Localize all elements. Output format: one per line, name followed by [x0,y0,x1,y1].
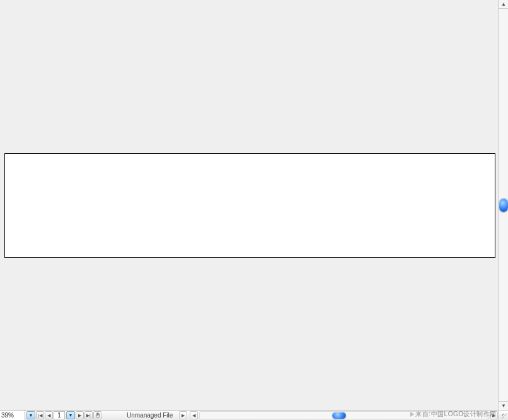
artboard[interactable] [4,153,495,258]
page-number-value: 1 [57,412,61,419]
vertical-scrollbar[interactable]: ▲ ▼ [498,0,508,410]
triangle-left-icon: ◀ [192,413,195,418]
app-window: ▲ ▼ 39% ▼ |◀ ◀ 1 ▼ ▶ [0,0,508,420]
hand-tool-button[interactable] [93,411,101,419]
scroll-up-arrow-icon[interactable]: ▲ [499,0,508,9]
triangle-left-icon: ◀ [39,413,42,418]
triangle-right-icon: ▶ [78,413,81,418]
page-dropdown-button[interactable]: ▼ [66,411,75,419]
zoom-level-value: 39% [1,412,14,419]
window-resize-handle[interactable] [498,410,508,420]
scroll-right-arrow-icon[interactable]: ▶ [490,411,498,419]
vertical-scroll-track[interactable] [499,9,508,401]
horizontal-scrollbar[interactable]: ▶ ◀ ▶ [179,411,498,420]
zoom-level-field[interactable]: 39% [0,411,25,420]
triangle-right-icon: ▶ [182,413,185,418]
status-bar: 39% ▼ |◀ ◀ 1 ▼ ▶ ▶| Unm [0,410,498,420]
file-status-label: Unmanaged File [127,412,173,419]
triangle-left-icon: ◀ [47,413,50,418]
bar-icon: | [89,413,91,418]
first-page-button[interactable]: |◀ [36,411,44,419]
scroll-down-arrow-icon[interactable]: ▼ [499,401,508,410]
next-page-button[interactable]: ▶ [76,411,84,419]
horizontal-scroll-track[interactable] [199,411,488,419]
zoom-dropdown-button[interactable]: ▼ [26,411,35,419]
canvas-viewport[interactable] [0,0,498,410]
scroll-right-small-icon[interactable]: ▶ [179,411,187,419]
page-number-input[interactable]: 1 [54,411,65,419]
triangle-down-icon: ▼ [501,403,506,409]
prev-page-button[interactable]: ◀ [45,411,53,419]
chevron-down-icon: ▼ [69,413,73,417]
triangle-right-icon: ▶ [492,413,495,418]
scroll-left-arrow-icon[interactable]: ◀ [190,411,198,419]
last-page-button[interactable]: ▶| [84,411,93,419]
chevron-down-icon: ▼ [29,413,33,417]
triangle-up-icon: ▲ [501,1,506,7]
vertical-scroll-thumb[interactable] [499,198,508,212]
hand-icon [95,412,100,418]
horizontal-scroll-thumb[interactable] [332,412,346,419]
